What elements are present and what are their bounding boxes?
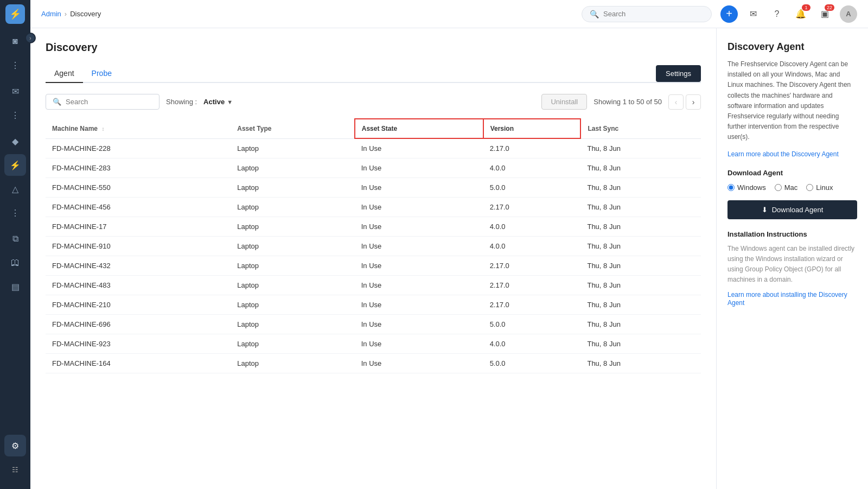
sort-icon[interactable]: ↕ [101,126,104,132]
table-header-row: Machine Name ↕ Asset Type Asset State Ve… [46,119,701,138]
sidebar-item-settings[interactable]: ⚙ [4,435,26,456]
main-content: Discovery Agent Probe Settings 🔍 Showing… [30,28,716,489]
sidebar-dots[interactable]: ⋮ [4,54,26,76]
showing-label: Showing : [166,98,197,106]
cell-version: 5.0.0 [483,315,581,334]
sidebar-item-book[interactable]: 🕮 [4,252,26,274]
home-icon: ◙ [12,36,18,46]
breadcrumb: Admin › Discovery [41,10,101,18]
cell-version: 4.0.0 [483,158,581,178]
sidebar-item-inbox[interactable]: ✉ [4,80,26,102]
col-machine-name: Machine Name ↕ [46,119,231,138]
more-icon: ⋮ [11,60,20,71]
os-linux[interactable]: Linux [806,183,833,192]
avatar[interactable]: A [840,5,857,23]
sidebar-item-warning[interactable]: △ [4,178,26,200]
grid-icon: ☷ [12,466,18,474]
breadcrumb-admin[interactable]: Admin [41,10,61,18]
table-row[interactable]: FD-MACHINE-228 Laptop In Use 2.17.0 Thu,… [46,138,701,158]
os-mac[interactable]: Mac [775,183,798,192]
table-row[interactable]: FD-MACHINE-696 Laptop In Use 5.0.0 Thu, … [46,315,701,334]
table-row[interactable]: FD-MACHINE-432 Laptop In Use 2.17.0 Thu,… [46,256,701,276]
cell-version: 5.0.0 [483,178,581,198]
warning-icon: △ [12,184,18,194]
breadcrumb-current: Discovery [70,10,101,18]
help-button[interactable]: ? [768,5,786,23]
settings-button[interactable]: Settings [656,65,701,82]
sidebar-dots-2[interactable]: ⋮ [4,104,26,126]
table-row[interactable]: FD-MACHINE-456 Laptop In Use 2.17.0 Thu,… [46,198,701,217]
table-row[interactable]: FD-MACHINE-910 Laptop In Use 4.0.0 Thu, … [46,237,701,256]
cell-machine-name: FD-MACHINE-164 [46,354,231,373]
topbar: Admin › Discovery 🔍 + ✉ ? 🔔 1 ▣ 22 [30,0,868,28]
cell-asset-type: Laptop [231,158,355,178]
os-windows-radio[interactable] [727,184,735,191]
table-row[interactable]: FD-MACHINE-210 Laptop In Use 2.17.0 Thu,… [46,295,701,315]
cell-last-sync: Thu, 8 Jun [580,178,701,198]
cell-asset-state: In Use [355,334,483,354]
cell-asset-state: In Use [355,315,483,334]
os-windows[interactable]: Windows [727,183,766,192]
cell-version: 2.17.0 [483,276,581,295]
app-logo[interactable]: ⚡ [5,4,25,24]
os-linux-radio[interactable] [806,184,813,191]
pagination-next[interactable]: › [686,94,701,110]
learn-more-agent-link[interactable]: Learn more about the Discovery Agent [727,150,857,158]
table-search-input[interactable] [66,98,152,106]
uninstall-button[interactable]: Uninstall [541,94,587,110]
table-search-wrap: 🔍 [46,94,159,110]
sidebar-item-grid[interactable]: ☷ [4,459,26,480]
sidebar-item-layers[interactable]: ⧉ [4,228,26,250]
cell-asset-type: Laptop [231,276,355,295]
cell-last-sync: Thu, 8 Jun [580,334,701,354]
cell-machine-name: FD-MACHINE-17 [46,217,231,237]
alerts-button[interactable]: ▣ 22 [816,5,833,23]
sidebar-item-shield[interactable]: ◆ [4,130,26,152]
messages-icon: ✉ [750,9,757,19]
breadcrumb-separator: › [65,10,67,18]
cell-version: 2.17.0 [483,198,581,217]
table-row[interactable]: FD-MACHINE-550 Laptop In Use 5.0.0 Thu, … [46,178,701,198]
sidebar-dots-3[interactable]: ⋮ [4,202,26,224]
filter-bar: 🔍 Showing : Active ▼ Uninstall Showing 1… [46,94,701,110]
tab-agent[interactable]: Agent [46,65,83,83]
sidebar-item-chart[interactable]: ▤ [4,276,26,297]
sidebar: ⚡ › ◙ ⋮ ✉ ⋮ ◆ ⚡ △ ⋮ ⧉ 🕮 [0,0,30,489]
install-link[interactable]: Learn more about installing the Discover… [727,291,847,307]
col-machine-name-label: Machine Name [52,125,98,132]
messages-button[interactable]: ✉ [744,5,762,23]
tab-probe[interactable]: Probe [83,65,120,83]
table-row[interactable]: FD-MACHINE-164 Laptop In Use 5.0.0 Thu, … [46,354,701,373]
notifications-button[interactable]: 🔔 1 [792,5,809,23]
pagination-prev[interactable]: ‹ [668,94,684,110]
cell-asset-type: Laptop [231,295,355,315]
cell-asset-type: Laptop [231,138,355,158]
search-input[interactable] [603,10,704,18]
cell-machine-name: FD-MACHINE-483 [46,276,231,295]
cell-machine-name: FD-MACHINE-456 [46,198,231,217]
active-filter-dropdown[interactable]: Active ▼ [203,98,233,106]
add-button[interactable]: + [720,5,738,23]
cell-asset-type: Laptop [231,217,355,237]
cell-asset-state: In Use [355,198,483,217]
cell-machine-name: FD-MACHINE-432 [46,256,231,276]
table-row[interactable]: FD-MACHINE-483 Laptop In Use 2.17.0 Thu,… [46,276,701,295]
download-agent-button[interactable]: ⬇ Download Agent [727,200,857,219]
layers-icon: ⧉ [12,234,18,244]
sidebar-toggle[interactable]: › [25,33,36,43]
table-row[interactable]: FD-MACHINE-923 Laptop In Use 4.0.0 Thu, … [46,334,701,354]
install-title: Installation Instructions [727,230,857,238]
search-bar: 🔍 [582,6,712,22]
sidebar-item-home[interactable]: ◙ [4,30,26,52]
table-row[interactable]: FD-MACHINE-283 Laptop In Use 4.0.0 Thu, … [46,158,701,178]
os-mac-radio[interactable] [775,184,782,191]
cell-asset-type: Laptop [231,256,355,276]
panel-title: Discovery Agent [727,41,857,53]
cell-machine-name: FD-MACHINE-210 [46,295,231,315]
tabs: Agent Probe Settings [46,65,701,83]
cell-machine-name: FD-MACHINE-923 [46,334,231,354]
cell-asset-type: Laptop [231,334,355,354]
pagination-buttons: ‹ › [668,94,701,110]
table-row[interactable]: FD-MACHINE-17 Laptop In Use 4.0.0 Thu, 8… [46,217,701,237]
sidebar-item-discovery[interactable]: ⚡ [4,154,26,176]
